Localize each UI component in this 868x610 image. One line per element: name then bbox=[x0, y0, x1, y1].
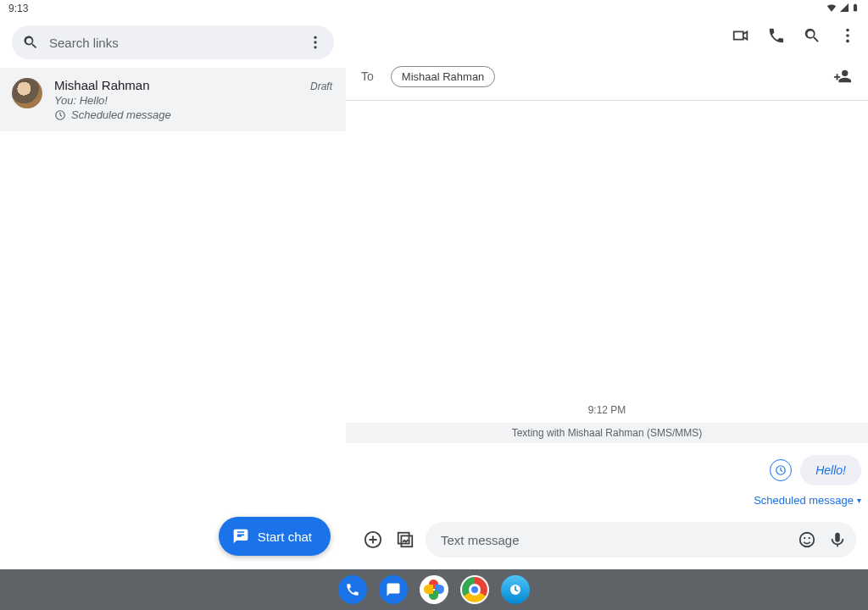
clock-icon bbox=[54, 109, 66, 121]
gallery-button[interactable] bbox=[393, 528, 417, 552]
scheduled-message-link[interactable]: Scheduled message bbox=[754, 494, 861, 507]
attach-button[interactable] bbox=[361, 528, 385, 552]
svg-point-11 bbox=[800, 533, 815, 547]
search-placeholder: Search links bbox=[49, 36, 297, 50]
more-options-button[interactable] bbox=[832, 20, 863, 51]
svg-point-1 bbox=[314, 41, 316, 43]
avatar bbox=[12, 78, 42, 108]
text-message-input[interactable]: Text message bbox=[426, 522, 856, 557]
svg-rect-14 bbox=[835, 533, 840, 542]
status-time: 9:13 bbox=[8, 3, 28, 14]
phone-app-icon[interactable] bbox=[338, 575, 367, 604]
conversation-list-pane: Search links Mishaal Rahman Draft You: H… bbox=[0, 17, 346, 569]
svg-point-13 bbox=[809, 537, 810, 539]
message-thread[interactable]: 9:12 PM Texting with Mishaal Rahman (SMS… bbox=[346, 101, 868, 522]
messages-app-icon[interactable] bbox=[379, 575, 408, 604]
recipient-chip[interactable]: Mishaal Rahman bbox=[391, 66, 496, 87]
info-banner: Texting with Mishaal Rahman (SMS/MMS) bbox=[346, 423, 868, 443]
conversation-name: Mishaal Rahman bbox=[54, 78, 150, 92]
video-call-button[interactable] bbox=[726, 20, 756, 51]
fab-label: Start chat bbox=[258, 530, 312, 544]
more-vert-icon[interactable] bbox=[307, 34, 324, 51]
draft-label: Draft bbox=[310, 80, 332, 92]
start-chat-button[interactable]: Start chat bbox=[219, 517, 331, 556]
taskbar bbox=[0, 569, 868, 610]
conversation-pane: To Mishaal Rahman 9:12 PM Texting with M… bbox=[346, 17, 868, 569]
app-bar bbox=[346, 17, 868, 54]
search-icon bbox=[22, 34, 39, 51]
svg-point-5 bbox=[846, 34, 849, 37]
clock-app-icon[interactable] bbox=[501, 575, 530, 604]
battery-icon bbox=[851, 2, 860, 16]
add-recipient-button[interactable] bbox=[827, 61, 858, 92]
compose-row: Text message bbox=[346, 522, 868, 569]
svg-point-12 bbox=[804, 537, 805, 539]
scheduled-message-row: Hello! bbox=[346, 443, 868, 489]
compose-placeholder: Text message bbox=[441, 533, 788, 547]
to-label: To bbox=[361, 69, 374, 83]
scheduled-text: Scheduled message bbox=[71, 108, 171, 121]
chat-icon bbox=[232, 528, 249, 545]
signal-icon bbox=[839, 3, 849, 15]
svg-point-4 bbox=[846, 29, 849, 32]
conversation-preview: You: Hello! bbox=[54, 94, 332, 107]
conversation-item[interactable]: Mishaal Rahman Draft You: Hello! Schedul… bbox=[0, 68, 346, 131]
message-bubble[interactable]: Hello! bbox=[800, 455, 861, 485]
emoji-button[interactable] bbox=[795, 528, 819, 552]
wifi-icon bbox=[826, 2, 837, 16]
svg-point-6 bbox=[846, 40, 849, 43]
search-button[interactable] bbox=[797, 20, 827, 51]
photos-app-icon[interactable] bbox=[420, 575, 448, 604]
status-bar: 9:13 bbox=[0, 0, 868, 17]
schedule-clock-icon[interactable] bbox=[770, 459, 792, 481]
svg-point-2 bbox=[314, 46, 316, 48]
search-bar[interactable]: Search links bbox=[12, 25, 334, 59]
thread-timestamp: 9:12 PM bbox=[346, 404, 868, 416]
chrome-app-icon[interactable] bbox=[460, 575, 489, 604]
phone-call-button[interactable] bbox=[761, 20, 792, 51]
to-row: To Mishaal Rahman bbox=[346, 54, 868, 101]
status-indicators bbox=[826, 2, 860, 16]
mic-button[interactable] bbox=[826, 528, 849, 552]
scheduled-indicator: Scheduled message bbox=[54, 108, 332, 121]
svg-point-0 bbox=[314, 36, 316, 39]
